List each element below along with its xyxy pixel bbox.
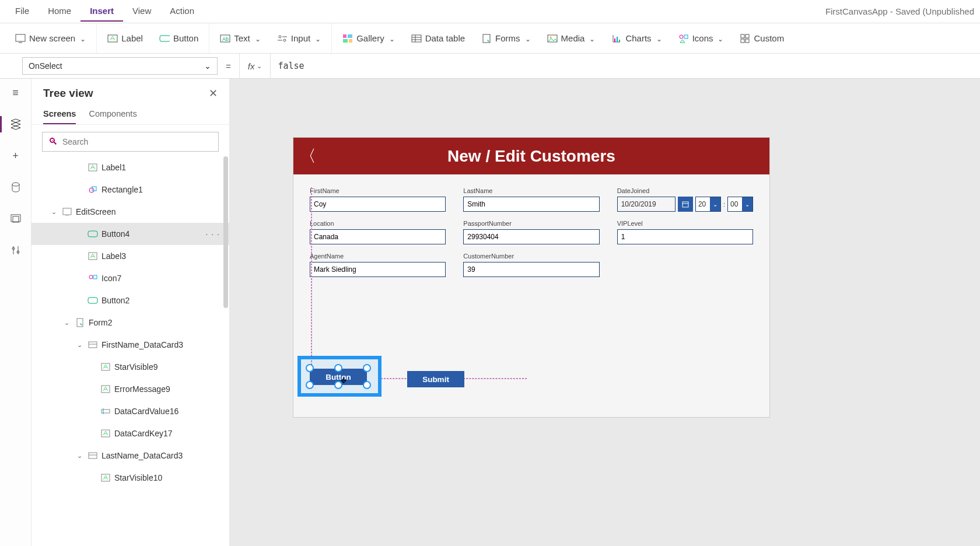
resize-handle[interactable] — [363, 381, 371, 389]
gallery-button[interactable]: Gallery — [339, 30, 398, 47]
firstname-input[interactable] — [310, 197, 446, 212]
button-button[interactable]: Button — [156, 30, 202, 47]
selection-box[interactable]: Button ✥ — [298, 356, 382, 397]
menu-insert[interactable]: Insert — [80, 1, 123, 22]
formula-input[interactable]: false — [271, 61, 980, 71]
label-button[interactable]: Label — [104, 30, 146, 47]
input-icon — [100, 406, 111, 416]
tree-node-datacardkey17[interactable]: DataCardKey17 — [32, 422, 229, 444]
svg-rect-30 — [741, 39, 744, 43]
date-input[interactable]: 10/20/2019 — [617, 197, 676, 212]
menu-action[interactable]: Action — [160, 1, 204, 22]
property-selector[interactable]: OnSelect ⌄ — [22, 57, 218, 75]
resize-handle[interactable] — [363, 364, 371, 372]
location-input[interactable] — [310, 229, 446, 244]
svg-rect-31 — [746, 39, 749, 43]
more-icon[interactable]: · · · — [206, 229, 220, 239]
tab-components[interactable]: Components — [89, 109, 136, 124]
tree-node-form2[interactable]: ⌄Form2 — [32, 312, 229, 334]
svg-rect-3 — [160, 36, 170, 41]
tree-node-label3[interactable]: Label3 — [32, 245, 229, 267]
location-label: Location — [310, 220, 446, 227]
tree-node-datacardvalue16[interactable]: DataCardValue16 — [32, 400, 229, 422]
form: FirstName LastName DateJoined 10/20/2019… — [293, 174, 769, 295]
tree-view-icon[interactable] — [9, 117, 23, 131]
media-button[interactable]: Media — [544, 30, 599, 47]
tree-node-starvisible10[interactable]: StarVisible10 — [32, 467, 229, 489]
media-rail-icon[interactable] — [9, 212, 23, 226]
tree-view-panel: Tree view ✕ Screens Components 🔍︎ Label1… — [32, 79, 230, 546]
resize-handle[interactable] — [306, 364, 314, 372]
search-field[interactable] — [62, 137, 212, 146]
icons-button[interactable]: Icons — [675, 30, 727, 47]
menu-home[interactable]: Home — [38, 1, 80, 22]
svg-point-32 — [12, 183, 19, 186]
calendar-icon[interactable] — [678, 197, 693, 212]
back-icon[interactable]: 〈 — [293, 145, 323, 167]
tree-node-button4[interactable]: Button4· · · — [32, 223, 229, 245]
menu-view[interactable]: View — [123, 1, 160, 22]
chevron-down-icon — [388, 33, 395, 43]
tree-node-lastname_datacard3[interactable]: ⌄LastName_DataCard3 — [32, 444, 229, 467]
twist-icon: ⌄ — [77, 452, 84, 460]
close-icon[interactable]: ✕ — [209, 87, 218, 100]
fx-button[interactable]: fx ⌄ — [240, 61, 271, 71]
viplevel-input[interactable] — [617, 229, 753, 244]
label-icon — [88, 251, 98, 261]
svg-rect-13 — [349, 39, 352, 43]
tree-node-firstname_datacard3[interactable]: ⌄FirstName_DataCard3 — [32, 334, 229, 356]
custom-button[interactable]: Custom — [736, 30, 788, 47]
agentname-input[interactable] — [310, 262, 446, 277]
customernumber-label: CustomerNumber — [463, 253, 599, 260]
app-title: FirstCanvasApp - Saved (Unpublished — [825, 6, 974, 16]
customernumber-input[interactable] — [463, 262, 599, 277]
tree-node-button2[interactable]: Button2 — [32, 289, 229, 312]
tree: Label1Rectangle1⌄EditScreenButton4· · ·L… — [32, 156, 229, 546]
hour-select[interactable]: 20⌄ — [695, 197, 721, 212]
add-icon[interactable]: + — [9, 149, 23, 163]
resize-handle[interactable] — [334, 364, 342, 372]
tree-node-rectangle1[interactable]: Rectangle1 — [32, 178, 229, 201]
field-passportnumber: PassportNumber — [463, 220, 599, 244]
field-location: Location — [310, 220, 446, 244]
hamburger-icon[interactable]: ≡ — [9, 86, 23, 100]
tree-node-starvisible9[interactable]: StarVisible9 — [32, 356, 229, 378]
data-icon[interactable] — [9, 180, 23, 194]
search-input[interactable]: 🔍︎ — [42, 132, 219, 152]
tab-screens[interactable]: Screens — [43, 109, 76, 124]
tree-node-label: FirstName_DataCard3 — [102, 340, 183, 349]
canvas[interactable]: 〈 New / Edit Customers FirstName LastNam… — [230, 79, 980, 546]
tree-view-title: Tree view — [43, 87, 93, 100]
forms-button[interactable]: Forms — [478, 30, 534, 47]
input-button[interactable]: Input — [274, 30, 324, 47]
tree-node-editscreen[interactable]: ⌄EditScreen — [32, 201, 229, 223]
svg-rect-0 — [16, 34, 25, 41]
tree-node-errormessage9[interactable]: ErrorMessage9 — [32, 378, 229, 400]
field-firstname: FirstName — [310, 187, 446, 212]
field-lastname: LastName — [463, 187, 599, 212]
app-header: 〈 New / Edit Customers — [293, 138, 769, 174]
lastname-input[interactable] — [463, 197, 599, 212]
svg-rect-49 — [77, 318, 83, 327]
new-screen-button[interactable]: New screen — [12, 30, 89, 47]
scrollbar-thumb[interactable] — [223, 156, 228, 308]
passportnumber-input[interactable] — [463, 229, 599, 244]
svg-rect-54 — [102, 410, 110, 413]
media-icon — [547, 33, 558, 44]
svg-rect-48 — [88, 298, 97, 303]
menu-file[interactable]: File — [6, 1, 38, 22]
charts-button[interactable]: Charts — [608, 30, 665, 47]
tree-node-label1[interactable]: Label1 — [32, 156, 229, 178]
svg-point-8 — [284, 39, 286, 41]
media-button-label: Media — [561, 33, 585, 43]
svg-rect-14 — [412, 35, 421, 42]
submit-button[interactable]: Submit — [407, 371, 464, 387]
tree-node-icon7[interactable]: Icon7 — [32, 267, 229, 289]
text-button[interactable]: Ab Text — [216, 30, 264, 47]
svg-rect-42 — [63, 208, 71, 215]
resize-handle[interactable] — [306, 381, 314, 389]
app-preview: 〈 New / Edit Customers FirstName LastNam… — [293, 137, 770, 418]
minute-select[interactable]: 00⌄ — [727, 197, 753, 212]
tools-icon[interactable] — [9, 243, 23, 257]
data-table-button[interactable]: Data table — [408, 30, 468, 47]
